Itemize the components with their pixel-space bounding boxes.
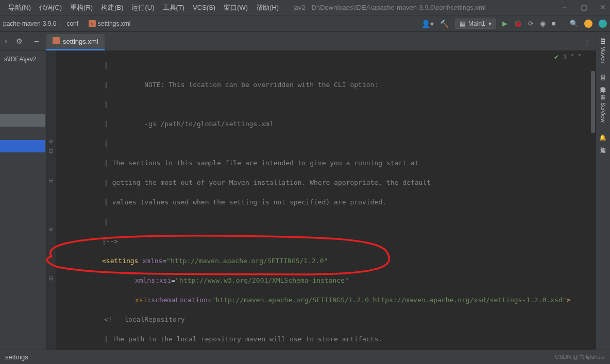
menu-bar: 导航(N) 代码(C) 重构(R) 构建(B) 运行(U) 工具(T) VCS(…: [0, 0, 610, 15]
tab-label: settings.xml: [63, 38, 98, 45]
code-text: | values (values used when the setting i…: [104, 198, 386, 206]
xml-file-icon: [53, 37, 60, 46]
scrollbar-thumb[interactable]: [591, 71, 595, 133]
minimize-icon[interactable]: －: [561, 3, 568, 12]
project-path-label[interactable]: s\IDEA\jav2: [2, 55, 39, 64]
code-text: xmlns: [142, 257, 162, 265]
fold-marker[interactable]: ⊖: [47, 138, 54, 144]
status-bar: settings: [0, 350, 610, 364]
maven-tool-button[interactable]: m Maven: [599, 35, 608, 66]
maven-icon: m: [599, 38, 608, 44]
menu-code[interactable]: 代码(C): [35, 1, 66, 14]
code-text: | NOTE: This location can be overridden …: [104, 81, 378, 89]
watermark: CSDN @书海fshuai: [555, 353, 605, 361]
menu-run[interactable]: 运行(U): [127, 1, 158, 14]
code-text: | getting the most out of your Maven ins…: [104, 179, 431, 186]
database-tool-button[interactable]: 🗄 数据库: [599, 72, 607, 85]
code-text: "http://www.w3.org/2001/XMLSchema-instan…: [175, 276, 349, 284]
code-text: |: [104, 218, 108, 226]
ide-updates-icon[interactable]: [584, 20, 592, 28]
code-text: <!-- localRepository: [104, 316, 185, 323]
status-breadcrumb[interactable]: settings: [5, 353, 28, 361]
editor-tabs: settings.xml ⋮: [46, 32, 596, 50]
close-icon[interactable]: ✕: [600, 3, 606, 12]
code-text: | The sections in this sample file are i…: [104, 159, 418, 167]
fold-marker[interactable]: ⊖: [47, 226, 54, 232]
menu-vcs[interactable]: VCS(S): [189, 2, 219, 13]
code-text: "http://maven.apache.org/SETTINGS/1.2.0 …: [212, 296, 567, 304]
window-title: jav2 - D:\Downloads\IDEA\apache-maven-3.…: [293, 4, 486, 11]
menu-window[interactable]: 窗口(W): [219, 1, 252, 14]
menu-build[interactable]: 构建(B): [97, 1, 127, 14]
code-text: "http://maven.apache.org/SETTINGS/1.2.0": [166, 257, 328, 265]
profile-icon[interactable]: ◉: [540, 20, 546, 27]
vertical-scrollbar[interactable]: [589, 50, 596, 350]
stop-icon[interactable]: ■: [552, 20, 556, 27]
breadcrumb: pache-maven-3.9.6 〉 conf 〉 x settings.xm…: [3, 19, 130, 28]
svg-rect-2: [53, 37, 60, 44]
chevron-right-icon: 〉: [80, 19, 87, 28]
tool-label: SciView: [600, 102, 606, 123]
sciview-tool-button[interactable]: ▦ SciView: [600, 91, 606, 126]
build-icon[interactable]: 🔨: [440, 20, 449, 28]
project-sidebar: ‹ ⚙ － s\IDEA\jav2: [0, 32, 46, 350]
code-text: |-->: [102, 237, 118, 245]
maximize-icon[interactable]: ▢: [581, 3, 587, 12]
nav-bar: pache-maven-3.9.6 〉 conf 〉 x settings.xm…: [0, 15, 610, 32]
code-text: <settings: [102, 257, 138, 265]
chevron-down-icon: ▾: [488, 20, 492, 27]
run-config-name: Main1: [468, 20, 485, 27]
notifications-tool-button[interactable]: 🔔 通知: [599, 131, 607, 146]
editor-tab-active[interactable]: settings.xml: [46, 34, 105, 50]
editor-gutter: ⊖ ⊟ ⊟ ⊖ ⊟: [46, 50, 56, 350]
code-text: | -gs /path/to/global/settings.xml: [104, 120, 274, 128]
fold-marker[interactable]: ⊟: [47, 177, 54, 183]
ide-feature-icon[interactable]: [599, 20, 607, 28]
tab-more-icon[interactable]: ⋮: [579, 34, 596, 50]
collapse-icon[interactable]: －: [32, 35, 41, 47]
debug-icon[interactable]: 🐞: [514, 20, 522, 27]
code-text: |: [104, 100, 108, 108]
menu-nav[interactable]: 导航(N): [4, 1, 35, 14]
code-text: xmlns:xsi: [135, 276, 171, 284]
breadcrumb-file[interactable]: settings.xml: [98, 20, 130, 27]
divider: |: [562, 20, 564, 27]
fold-marker[interactable]: ⊟: [47, 275, 54, 281]
code-area[interactable]: | | NOTE: This location can be overridde…: [56, 50, 584, 350]
user-icon[interactable]: 👤▾: [421, 20, 434, 28]
sidebar-item-selected[interactable]: [0, 140, 45, 152]
menu-tools[interactable]: 工具(T): [159, 1, 189, 14]
sidebar-back-icon[interactable]: ‹: [5, 37, 7, 45]
code-text: | The path to the local repository maven…: [104, 335, 382, 343]
run-config-selector[interactable]: ▦ Main1 ▾: [455, 19, 496, 29]
fold-marker[interactable]: ⊟: [47, 148, 54, 154]
run-icon[interactable]: ▶: [502, 20, 507, 27]
database-icon: 🗄: [600, 75, 606, 80]
editor: settings.xml ⋮ ✔ 3 ˄ ˅ ⊖ ⊟ ⊟ ⊖ ⊟ | | NOT…: [46, 32, 596, 350]
run-config-icon: ▦: [460, 20, 465, 27]
code-text: |: [104, 140, 108, 147]
xml-file-icon: x: [89, 20, 96, 27]
sciview-icon: ▦: [600, 94, 606, 100]
chevron-right-icon: 〉: [58, 19, 64, 28]
right-tool-strip: m Maven 🗄 数据库 ▦ SciView 🔔 通知: [596, 32, 610, 350]
tool-label: Maven: [600, 46, 606, 63]
svg-text:x: x: [91, 22, 93, 26]
gear-icon[interactable]: ⚙: [16, 37, 23, 45]
code-text: |: [104, 61, 108, 69]
menu-refactor[interactable]: 重构(R): [66, 1, 97, 14]
menu-help[interactable]: 帮助(H): [252, 1, 283, 14]
breadcrumb-seg[interactable]: pache-maven-3.9.6: [3, 20, 56, 27]
search-icon[interactable]: 🔍: [570, 20, 578, 27]
coverage-icon[interactable]: ⟳: [528, 20, 534, 27]
breadcrumb-seg[interactable]: conf: [66, 20, 78, 27]
sidebar-item[interactable]: [0, 114, 45, 127]
bell-icon: 🔔: [600, 134, 606, 141]
